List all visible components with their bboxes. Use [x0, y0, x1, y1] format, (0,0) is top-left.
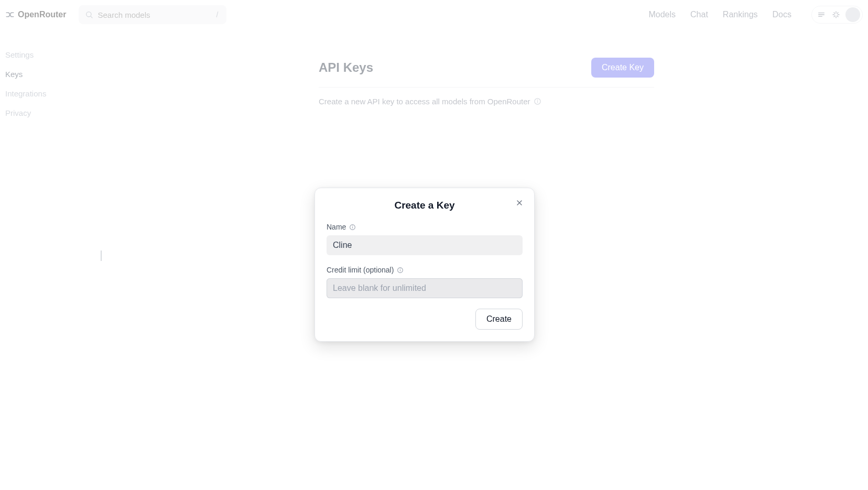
name-label-text: Name: [327, 223, 346, 231]
credit-label: Credit limit (optional): [327, 266, 523, 274]
name-input[interactable]: [327, 235, 523, 255]
modal-title: Create a Key: [327, 200, 523, 211]
modal-close-button[interactable]: [513, 197, 526, 209]
credit-label-text: Credit limit (optional): [327, 266, 394, 274]
modal-create-button[interactable]: Create: [475, 309, 523, 330]
svg-point-12: [353, 226, 353, 226]
info-icon[interactable]: [397, 267, 404, 274]
svg-point-15: [400, 269, 401, 269]
modal-footer: Create: [327, 309, 523, 330]
name-field-group: Name: [327, 223, 523, 255]
credit-field-group: Credit limit (optional): [327, 266, 523, 298]
name-label: Name: [327, 223, 523, 231]
create-key-modal: Create a Key Name Credit limit (optional…: [314, 188, 535, 342]
credit-input[interactable]: [327, 278, 523, 298]
info-icon[interactable]: [349, 224, 356, 231]
